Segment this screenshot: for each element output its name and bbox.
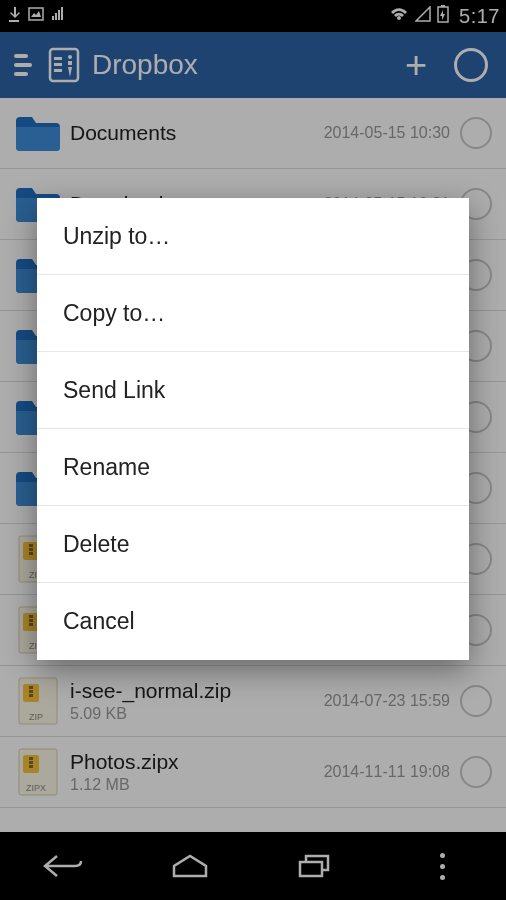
dialog-overlay[interactable]: Unzip to…Copy to…Send LinkRenameDeleteCa…	[0, 0, 506, 900]
context-dialog: Unzip to…Copy to…Send LinkRenameDeleteCa…	[37, 198, 469, 660]
dialog-item[interactable]: Send Link	[37, 352, 469, 429]
dialog-item[interactable]: Copy to…	[37, 275, 469, 352]
screen: 5:17 Dropbox + Documents 2	[0, 0, 506, 900]
dialog-item[interactable]: Unzip to…	[37, 198, 469, 275]
dialog-item[interactable]: Cancel	[37, 583, 469, 660]
dialog-item[interactable]: Delete	[37, 506, 469, 583]
dialog-item[interactable]: Rename	[37, 429, 469, 506]
